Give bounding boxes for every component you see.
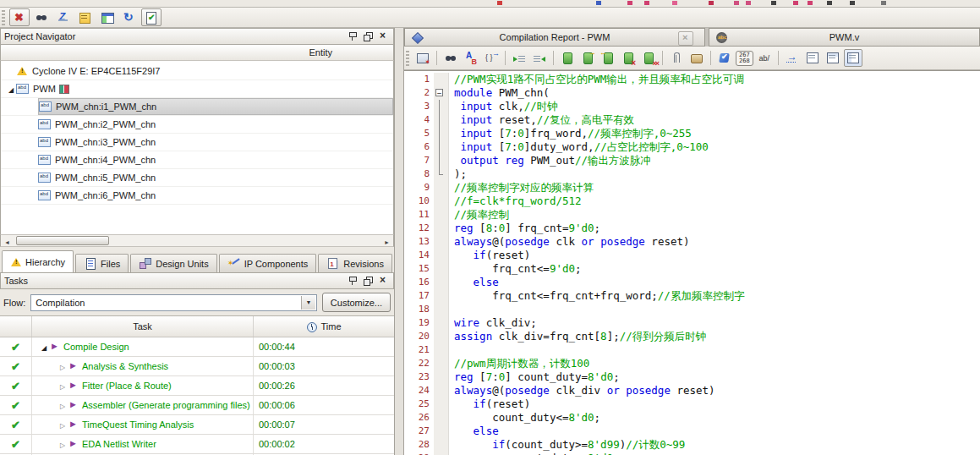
- comment-button[interactable]: ab/: [755, 49, 774, 67]
- toolbar-gripper[interactable]: [406, 51, 409, 66]
- tree-item-root[interactable]: PWM: [1, 80, 393, 98]
- verify-button[interactable]: [141, 8, 162, 26]
- bookmark-next-button[interactable]: [578, 49, 597, 67]
- edit-button[interactable]: [53, 8, 74, 26]
- tab-revisions[interactable]: Revisions: [318, 254, 392, 272]
- expander-icon[interactable]: [57, 381, 68, 391]
- tree-item-device[interactable]: Cyclone IV E: EP4CE115F29I7: [1, 63, 393, 80]
- bookmark-toggle-button[interactable]: [558, 49, 577, 67]
- line-number: 7: [404, 154, 434, 167]
- time-column-header[interactable]: Time: [254, 316, 394, 337]
- pin-icon[interactable]: [346, 30, 359, 42]
- close-icon[interactable]: [376, 30, 390, 42]
- tab-design-units[interactable]: Design Units: [130, 254, 216, 272]
- task-row[interactable]: TimeQuest Timing Analysis00:00:07: [0, 415, 394, 435]
- task-row[interactable]: Analysis & Synthesis00:00:03: [0, 357, 394, 376]
- task-row[interactable]: EDA Netlist Writer00:00:02: [0, 435, 394, 454]
- close-icon[interactable]: [678, 31, 693, 46]
- tree-item[interactable]: PWM_chn:i2_PWM_chn: [1, 116, 393, 134]
- panel-splitter[interactable]: [395, 28, 403, 455]
- indent-icon: [512, 52, 526, 65]
- find-button[interactable]: [31, 8, 52, 26]
- expander-icon[interactable]: [39, 342, 49, 352]
- indent-button[interactable]: [510, 49, 528, 67]
- horizontal-scrollbar[interactable]: [0, 234, 394, 247]
- fold-marker-icon[interactable]: [434, 167, 449, 181]
- close-icon[interactable]: [376, 275, 390, 287]
- expander-icon[interactable]: [57, 400, 68, 410]
- task-row[interactable]: Fitter (Place & Route)00:00:26: [0, 376, 394, 396]
- tree-item[interactable]: PWM_chn:i4_PWM_chn: [1, 151, 393, 169]
- view-block-1-button[interactable]: [803, 49, 822, 67]
- hierarchy-tree[interactable]: Cyclone IV E: EP4CE115F29I7 PWM PWM_chn:…: [0, 61, 394, 234]
- code-segment: 8: [600, 330, 607, 343]
- fold-marker-icon[interactable]: [434, 154, 449, 167]
- stop-processing-button[interactable]: [9, 8, 30, 26]
- fold-margin: [434, 235, 449, 249]
- tree-item[interactable]: PWM_chn:i5_PWM_chn: [1, 169, 393, 187]
- tab-files[interactable]: Files: [75, 254, 129, 272]
- task-column-header[interactable]: Task: [32, 316, 254, 337]
- expander-icon[interactable]: [57, 361, 68, 371]
- toolbar-separator: [710, 51, 711, 65]
- insert-template-button[interactable]: [413, 49, 432, 67]
- find-button[interactable]: [441, 49, 460, 67]
- analyze-button[interactable]: [715, 49, 734, 67]
- bookmark-delete-all-button[interactable]: [639, 49, 658, 67]
- code-segment: ;: [575, 262, 582, 275]
- expander-icon[interactable]: [57, 419, 68, 430]
- task-row[interactable]: Assembler (Generate programming files)00…: [0, 396, 394, 415]
- tab-label: Hierarchy: [25, 257, 65, 267]
- customize-button[interactable]: Customize...: [322, 293, 391, 312]
- tree-item[interactable]: PWM_chn:i1_PWM_chn: [1, 98, 393, 116]
- expander-icon[interactable]: [57, 439, 68, 449]
- toolbar-gripper[interactable]: [2, 10, 5, 25]
- float-icon[interactable]: [361, 30, 375, 42]
- expander-icon[interactable]: [6, 84, 16, 94]
- fold-marker-icon[interactable]: [434, 113, 449, 127]
- tree-item[interactable]: PWM_chn:i6_PWM_chn: [1, 187, 393, 205]
- task-label: EDA Netlist Writer: [82, 439, 156, 449]
- tree-item[interactable]: PWM_chn:i3_PWM_chn: [1, 134, 393, 151]
- insert-template-icon: [416, 52, 430, 65]
- tab-hierarchy[interactable]: Hierarchy: [2, 250, 74, 272]
- line-number: 3: [404, 100, 434, 113]
- report-window-button[interactable]: [97, 8, 118, 26]
- fold-marker-icon[interactable]: [434, 100, 449, 113]
- bookmark-delete-button[interactable]: [619, 49, 638, 67]
- find-delimiter-icon: [485, 52, 498, 65]
- pin-icon[interactable]: [346, 275, 359, 287]
- tab-ip-components[interactable]: IP Components: [219, 254, 317, 272]
- notes-button[interactable]: [75, 8, 96, 26]
- fold-margin: [434, 316, 449, 330]
- code-line: 6 input [7:0]duty_word,//占空比控制字,0~100: [404, 140, 980, 154]
- find-delimiter-button[interactable]: [482, 49, 501, 67]
- instance-icon: [38, 173, 51, 183]
- float-icon[interactable]: [361, 275, 375, 287]
- code-segment: reset,: [492, 113, 537, 126]
- fold-marker-icon[interactable]: [434, 127, 449, 140]
- view-block-2-button[interactable]: [824, 49, 842, 67]
- attach-button[interactable]: [667, 49, 686, 67]
- unindent-button[interactable]: [530, 49, 549, 67]
- refresh-button[interactable]: [119, 8, 140, 26]
- fold-marker-icon[interactable]: [434, 86, 449, 100]
- line-number: 12: [404, 222, 434, 235]
- tab-pwm-v[interactable]: PWM.v: [709, 28, 980, 47]
- tcl-script-button[interactable]: [687, 49, 706, 67]
- fold-marker-icon[interactable]: [434, 140, 449, 154]
- replace-button[interactable]: [462, 49, 480, 67]
- flow-dropdown[interactable]: Compilation: [30, 294, 317, 311]
- chevron-down-icon[interactable]: [301, 296, 315, 310]
- scrollbar-thumb[interactable]: [16, 236, 109, 245]
- task-row[interactable]: Compile Design00:00:44: [0, 337, 394, 357]
- tree-item-label: PWM_chn:i4_PWM_chn: [55, 155, 156, 165]
- code-editor[interactable]: 1//PWM实现1路不同占空比的PWM输出，并且频率和占空比可调2module …: [404, 70, 980, 455]
- scroll-left-icon[interactable]: [2, 236, 13, 245]
- tab-compilation-report[interactable]: Compilation Report - PWM: [404, 28, 705, 47]
- bookmark-previous-button[interactable]: [599, 49, 617, 67]
- view-block-3-button[interactable]: [844, 49, 862, 67]
- code-segment: clk_div: [550, 384, 607, 397]
- scroll-right-icon[interactable]: [381, 236, 392, 245]
- goto-button[interactable]: [783, 49, 802, 67]
